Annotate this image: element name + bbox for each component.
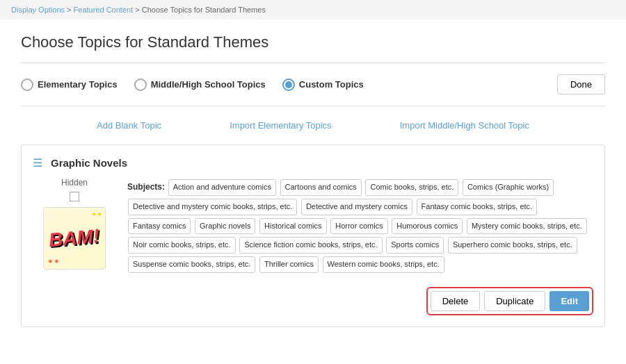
tag-1: Cartoons and comics <box>280 179 362 196</box>
radio-label-middlehigh: Middle/High School Topics <box>151 79 266 90</box>
topics-row: Elementary Topics Middle/High School Top… <box>21 74 605 94</box>
subjects-label: Subjects: <box>127 182 165 192</box>
tag-10: Horror comics <box>330 218 387 235</box>
card-body: Hidden ✦✦ BAM! ✸ ✸ Subjects: Action and … <box>33 178 593 277</box>
radio-elementary[interactable]: Elementary Topics <box>21 78 118 91</box>
subjects-row: Subjects: Action and adventure comics Ca… <box>127 178 593 274</box>
bam-text: BAM! <box>48 225 101 251</box>
done-button[interactable]: Done <box>557 74 605 94</box>
star-decoration: ✦✦ <box>91 210 102 218</box>
actions-row: Add Blank Topic Import Elementary Topics… <box>21 120 605 131</box>
graphic-novels-card: ☰ Graphic Novels Hidden ✦✦ BAM! ✸ ✸ Subj… <box>21 144 605 327</box>
tag-18: Thriller comics <box>259 256 319 273</box>
breadcrumb: Display Options > Featured Content > Cho… <box>0 0 626 19</box>
duplicate-button[interactable]: Duplicate <box>484 291 545 311</box>
tag-0: Action and adventure comics <box>168 179 276 196</box>
import-elementary-link[interactable]: Import Elementary Topics <box>230 120 331 131</box>
tag-16: Superhero comic books, strips, etc. <box>448 237 577 254</box>
action-buttons-group: Delete Duplicate Edit <box>426 287 593 315</box>
tag-7: Fantasy comics <box>128 218 191 235</box>
tag-15: Sports comics <box>386 237 444 254</box>
card-footer: Delete Duplicate Edit <box>33 287 593 315</box>
left-panel: Hidden ✦✦ BAM! ✸ ✸ <box>33 178 116 277</box>
breadcrumb-link-featured[interactable]: Featured Content <box>74 6 134 14</box>
tag-9: Historical comics <box>259 218 327 235</box>
tag-2: Comic books, strips, etc. <box>365 179 458 196</box>
breadcrumb-link-display[interactable]: Display Options <box>11 6 65 14</box>
drag-handle-icon[interactable]: ☰ <box>33 156 42 169</box>
add-blank-topic-link[interactable]: Add Blank Topic <box>97 120 161 131</box>
hidden-label: Hidden <box>61 178 88 188</box>
hidden-checkbox[interactable] <box>70 192 79 201</box>
radio-label-custom: Custom Topics <box>299 79 364 90</box>
delete-button[interactable]: Delete <box>431 291 481 311</box>
page-title: Choose Topics for Standard Themes <box>21 33 605 51</box>
radio-custom[interactable]: Custom Topics <box>282 78 364 91</box>
tag-6: Fantasy comic books, strips, etc. <box>417 199 538 215</box>
tag-4: Detective and mystery comic books, strip… <box>128 199 297 215</box>
edit-button[interactable]: Edit <box>549 291 589 311</box>
radio-circle-custom <box>282 78 295 91</box>
tag-19: Western comic books, strips, etc. <box>323 256 444 273</box>
spark-decoration: ✸ ✸ <box>48 258 59 265</box>
book-cover-image: ✦✦ BAM! ✸ ✸ <box>43 207 106 270</box>
tag-13: Noir comic books, strips, etc. <box>128 237 236 254</box>
tag-11: Humorous comics <box>392 218 463 235</box>
breadcrumb-current: Choose Topics for Standard Themes <box>142 6 266 14</box>
tag-8: Graphic novels <box>195 218 255 235</box>
card-header: ☰ Graphic Novels <box>33 156 593 169</box>
radio-circle-elementary <box>21 78 33 91</box>
import-middlehigh-link[interactable]: Import Middle/High School Topic <box>400 120 529 131</box>
tag-17: Suspense comic books, strips, etc. <box>128 256 255 273</box>
tag-3: Comics (Graphic works) <box>463 179 554 196</box>
tag-14: Science fiction comic books, strips, etc… <box>239 237 382 254</box>
radio-label-elementary: Elementary Topics <box>38 79 118 90</box>
card-title: Graphic Novels <box>51 157 127 169</box>
radio-middlehigh[interactable]: Middle/High School Topics <box>134 78 266 91</box>
tag-5: Detective and mystery comics <box>301 199 412 215</box>
radio-circle-middlehigh <box>134 78 147 91</box>
tag-12: Mystery comic books, strips, etc. <box>467 218 587 235</box>
radio-group: Elementary Topics Middle/High School Top… <box>21 78 557 91</box>
right-panel: Subjects: Action and adventure comics Ca… <box>127 178 593 277</box>
